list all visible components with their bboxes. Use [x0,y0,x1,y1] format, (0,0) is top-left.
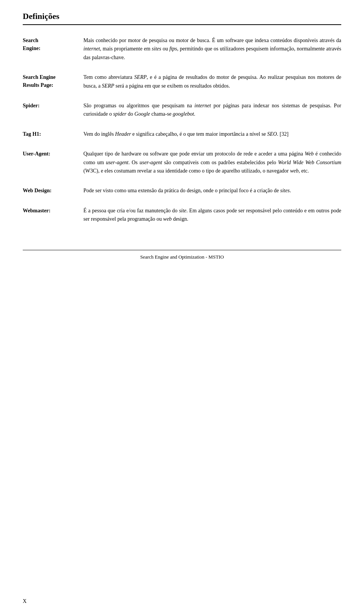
table-row: Spider: São programas ou algoritmos que … [23,102,341,130]
term-label: Web Design: [23,188,52,193]
term-cell: Tag H1: [23,130,83,150]
term-cell: Web Design: [23,187,83,206]
def-cell: Mais conhecido por motor de pesquisa ou … [83,36,341,73]
table-row: SearchEngine: Mais conhecido por motor d… [23,36,341,73]
table-row: Tag H1: Vem do inglês Header e significa… [23,130,341,150]
table-row: User-Agent: Qualquer tipo de hardware ou… [23,150,341,187]
term-label: SearchEngine: [23,38,41,51]
table-row: Webmaster: É a pessoa que cria e/ou faz … [23,207,341,235]
term-cell: User-Agent: [23,150,83,187]
def-cell: Pode ser visto como uma extensão da prát… [83,187,341,206]
page-title: Definições [23,11,341,25]
def-cell: São programas ou algoritmos que pesquisa… [83,102,341,130]
page-indicator: X [23,598,27,604]
definitions-table: SearchEngine: Mais conhecido por motor d… [23,36,341,235]
term-label: Spider: [23,103,39,108]
footer-text: Search Engine and Optimization - MSTIO [140,254,224,260]
term-cell: Spider: [23,102,83,130]
page-container: Definições SearchEngine: Mais conhecido … [0,0,364,612]
def-cell: Qualquer tipo de hardware ou software qu… [83,150,341,187]
term-cell: Webmaster: [23,207,83,235]
table-row: Search EngineResults Page: Tem como abre… [23,73,341,102]
def-cell: É a pessoa que cria e/ou faz manutenção … [83,207,341,235]
table-row: Web Design: Pode ser visto como uma exte… [23,187,341,206]
def-cell: Tem como abreviatura SERP, e é a página … [83,73,341,102]
def-cell: Vem do inglês Header e significa cabeçal… [83,130,341,150]
term-cell: Search EngineResults Page: [23,73,83,102]
term-label: Webmaster: [23,208,50,213]
footer: Search Engine and Optimization - MSTIO [23,250,341,260]
term-label: User-Agent: [23,151,50,157]
term-label: Search EngineResults Page: [23,74,55,88]
term-label: Tag H1: [23,131,41,137]
term-cell: SearchEngine: [23,36,83,73]
